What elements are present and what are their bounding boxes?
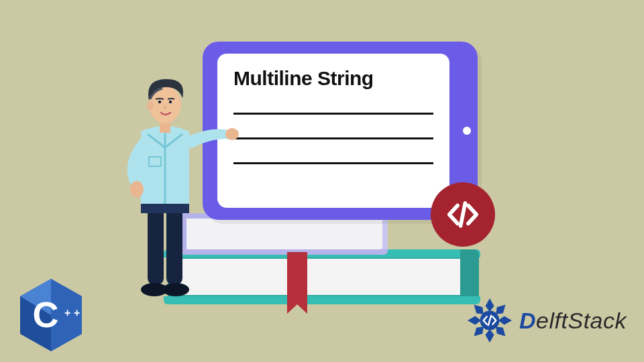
- svg-point-4: [162, 283, 189, 296]
- svg-rect-1: [148, 204, 164, 285]
- svg-rect-2: [166, 204, 182, 285]
- delftstack-wordmark: DelftStack: [519, 308, 627, 334]
- svg-marker-21: [498, 316, 512, 325]
- svg-marker-19: [486, 298, 494, 312]
- underline-1: [233, 113, 433, 115]
- tablet-screen: Multiline String: [217, 54, 449, 208]
- svg-text:+: +: [74, 307, 80, 318]
- code-icon: [445, 196, 481, 233]
- svg-point-10: [147, 101, 154, 111]
- delftstack-initial: D: [519, 308, 536, 333]
- svg-line-0: [461, 203, 466, 226]
- tablet-device: Multiline String: [203, 42, 478, 220]
- svg-point-5: [130, 181, 144, 197]
- svg-point-6: [225, 128, 239, 140]
- code-badge: [431, 182, 495, 247]
- svg-marker-23: [486, 329, 494, 343]
- svg-text:+: +: [64, 307, 70, 318]
- svg-point-12: [158, 101, 161, 103]
- delftstack-mark-icon: [466, 296, 514, 345]
- cpp-letter: C: [33, 294, 59, 335]
- presenter-illustration: [101, 67, 228, 302]
- bookmark-ribbon: [287, 252, 307, 304]
- delftstack-rest: elftStack: [536, 308, 627, 333]
- cpp-logo: C + +: [17, 278, 85, 353]
- svg-rect-13: [141, 204, 189, 213]
- svg-marker-25: [468, 316, 481, 325]
- tablet-camera-icon: [463, 127, 471, 135]
- underline-2: [233, 137, 433, 139]
- heading-multiline-string: Multiline String: [233, 67, 433, 90]
- underline-3: [233, 162, 433, 164]
- svg-point-11: [169, 101, 172, 103]
- delftstack-logo: DelftStack: [466, 296, 627, 345]
